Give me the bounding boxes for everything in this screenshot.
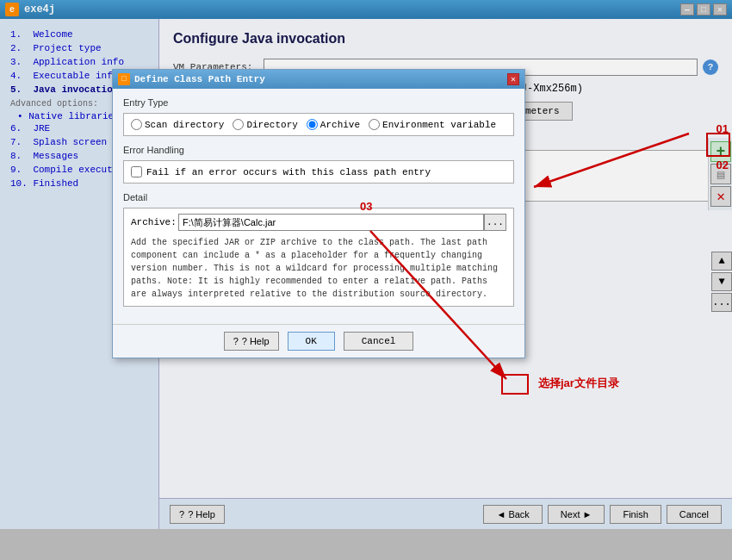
directory-radio-label[interactable]: Directory: [233, 119, 297, 130]
browse-button[interactable]: ...: [484, 214, 506, 231]
dialog-cancel-button[interactable]: Cancel: [344, 332, 414, 351]
dialog-body: Entry Type Scan directory Directory Arch…: [113, 89, 524, 324]
dialog-buttons: ? ? Help OK Cancel: [113, 324, 524, 358]
error-handling-group: Fail if an error occurs with this class …: [123, 160, 514, 184]
chinese-annotation-label: 选择jar文件目录: [538, 376, 619, 391]
dialog-title-icon: □: [118, 73, 130, 85]
entry-type-title: Entry Type: [123, 97, 514, 108]
dialog-close-button[interactable]: ✕: [507, 73, 519, 85]
error-checkbox[interactable]: [131, 166, 142, 177]
detail-group: Archive: ... Add the specified JAR or ZI…: [123, 208, 514, 307]
archive-radio-label[interactable]: Archive: [307, 119, 360, 130]
detail-title: Detail: [123, 192, 514, 202]
dialog-ok-button[interactable]: OK: [288, 332, 335, 351]
archive-description: Add the specified JAR or ZIP archive to …: [131, 236, 506, 301]
scan-dir-radio[interactable]: [131, 119, 142, 130]
error-handling-title: Error Handling: [123, 145, 514, 155]
archive-radio[interactable]: [307, 119, 318, 130]
dialog-title: Define Class Path Entry: [134, 74, 265, 84]
entry-type-radio-group: Scan directory Directory Archive Environ…: [131, 119, 506, 130]
directory-radio[interactable]: [233, 119, 244, 130]
env-radio-label[interactable]: Environment variable: [369, 119, 496, 130]
archive-label: Archive:: [131, 217, 178, 227]
annotation-03: 03: [360, 200, 372, 213]
define-classpath-dialog: □ Define Class Path Entry ✕ Entry Type S…: [112, 69, 525, 358]
dialog-title-bar: □ Define Class Path Entry ✕: [113, 70, 524, 89]
error-checkbox-label[interactable]: Fail if an error occurs with this class …: [131, 166, 506, 177]
scan-dir-radio-label[interactable]: Scan directory: [131, 119, 224, 130]
archive-input[interactable]: [178, 214, 484, 231]
dialog-help-icon: ?: [233, 336, 239, 346]
entry-type-group: Scan directory Directory Archive Environ…: [123, 113, 514, 136]
dialog-help-button[interactable]: ? ? Help: [224, 332, 279, 351]
env-radio[interactable]: [369, 119, 380, 130]
archive-row: Archive: ...: [131, 214, 506, 231]
